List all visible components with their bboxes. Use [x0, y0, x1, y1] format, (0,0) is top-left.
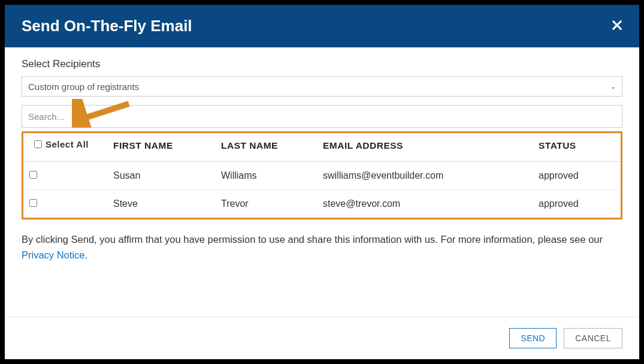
cell-first: Susan	[107, 162, 215, 190]
col-header-status: STATUS	[533, 134, 621, 162]
modal-body: Select Recipients Custom group of regist…	[5, 47, 639, 317]
table-row: Susan Williams swilliams@eventbuilder.co…	[23, 162, 621, 190]
col-header-first: FIRST NAME	[107, 134, 215, 162]
cell-email: swilliams@eventbuilder.com	[317, 162, 533, 190]
cell-last: Trevor	[215, 190, 317, 218]
recipients-select[interactable]: Custom group of registrants ⌄	[22, 76, 622, 97]
cell-first: Steve	[107, 190, 215, 218]
privacy-notice-link[interactable]: Privacy Notice	[22, 249, 84, 260]
col-header-email: EMAIL ADDRESS	[317, 134, 533, 162]
disclaimer-text: By clicking Send, you affirm that you ha…	[22, 231, 622, 263]
select-all-checkbox[interactable]	[34, 140, 42, 148]
registrants-highlight-box: Select All FIRST NAME LAST NAME EMAIL AD…	[22, 131, 622, 219]
recipients-label: Select Recipients	[22, 58, 622, 70]
chevron-down-icon: ⌄	[610, 83, 616, 91]
cell-last: Williams	[215, 162, 317, 190]
recipients-select-value: Custom group of registrants	[28, 82, 139, 92]
close-icon[interactable]	[612, 20, 622, 33]
send-button[interactable]: SEND	[509, 328, 557, 348]
select-all-label: Select All	[46, 139, 89, 149]
cancel-button[interactable]: CANCEL	[564, 328, 622, 348]
modal-frame: Send On-The-Fly Email Select Recipients …	[0, 0, 644, 364]
row-checkbox[interactable]	[29, 171, 37, 179]
row-checkbox[interactable]	[29, 199, 37, 207]
disclaimer-suffix: .	[84, 249, 87, 260]
search-input[interactable]	[22, 105, 622, 128]
table-row: Steve Trevor steve@trevor.com approved	[23, 190, 621, 218]
cell-status: approved	[533, 162, 621, 190]
modal-header: Send On-The-Fly Email	[5, 5, 639, 47]
disclaimer-prefix: By clicking Send, you affirm that you ha…	[22, 234, 603, 245]
col-header-last: LAST NAME	[215, 134, 317, 162]
modal-footer: SEND CANCEL	[5, 317, 639, 359]
cell-email: steve@trevor.com	[317, 190, 533, 218]
registrants-table: Select All FIRST NAME LAST NAME EMAIL AD…	[23, 134, 621, 218]
modal-title: Send On-The-Fly Email	[22, 17, 192, 35]
cell-status: approved	[533, 190, 621, 218]
